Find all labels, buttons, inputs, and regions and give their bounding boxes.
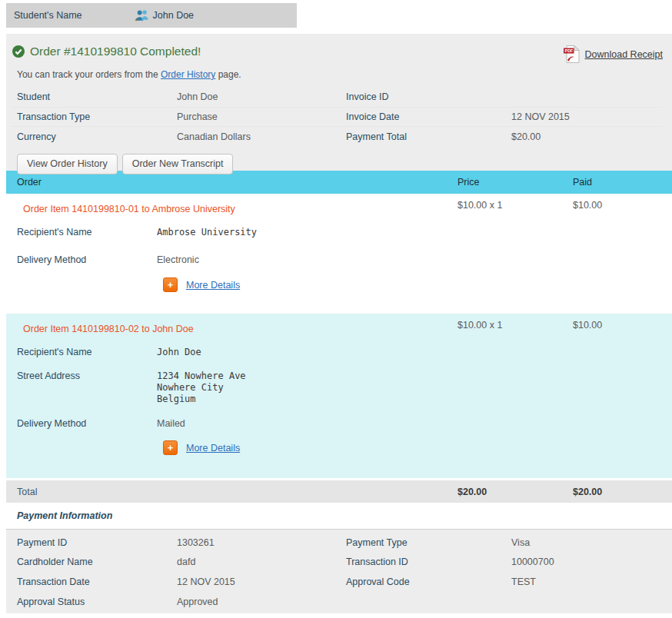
approval-status-label: Approval Status: [11, 596, 177, 607]
approval-code-value: TEST: [511, 576, 672, 587]
student-name-label: Student's Name: [14, 10, 82, 21]
order-column-header: Order: [11, 177, 457, 188]
payment-id-value: 1303261: [177, 537, 346, 548]
total-price-value: $20.00: [457, 487, 573, 497]
order-panel: Order #1410199810 Completed! PDF Downloa…: [6, 34, 672, 613]
order-confirmation-page: Student's Name John Doe Order #14: [0, 3, 672, 613]
recipient-name-label: Recipient's Name: [11, 227, 157, 238]
recipient-name-value: John Doe: [157, 347, 201, 358]
order-table-header: Order Price Paid: [6, 171, 672, 194]
order-item-1: Order Item 1410199810-01 to Ambrose Univ…: [6, 194, 672, 314]
order-item-2-title-row: Order Item 1410199810-02 to John Doe $10…: [11, 314, 672, 334]
track-text-before: You can track your orders from the: [17, 69, 161, 80]
order-completed-heading: Order #1410199810 Completed!: [11, 45, 201, 58]
street-address-row: Street Address 1234 Nowhere Ave Nowhere …: [11, 370, 672, 405]
recipient-name-row: Recipient's Name John Doe: [11, 347, 672, 358]
recipient-name-value: Ambrose University: [157, 227, 257, 238]
more-details-link[interactable]: More Details: [186, 443, 240, 454]
pdf-icon: PDF: [563, 45, 581, 64]
payment-row: Cardholder Name dafd Transaction ID 1000…: [11, 553, 672, 573]
download-receipt-link[interactable]: PDF Download Receipt: [563, 45, 663, 64]
payment-row: Payment ID 1303261 Payment Type Visa: [11, 533, 672, 553]
invoice-date-label: Invoice Date: [346, 111, 511, 122]
order-item-2-paid: $10.00: [573, 320, 672, 331]
order-item-1-price: $10.00 x 1: [457, 200, 573, 211]
recipient-name-label: Recipient's Name: [11, 347, 157, 358]
total-label: Total: [11, 487, 457, 497]
order-total-row: Total $20.00 $20.00: [6, 480, 672, 503]
more-details-link[interactable]: More Details: [186, 280, 240, 291]
transaction-date-label: Transaction Date: [11, 576, 177, 587]
currency-label: Currency: [11, 131, 177, 142]
invoice-id-label: Invoice ID: [346, 91, 511, 102]
track-text-after: page.: [215, 69, 241, 80]
status-row: Order #1410199810 Completed! PDF Downloa…: [11, 45, 663, 64]
more-details-row: + More Details: [163, 440, 672, 455]
approval-code-label: Approval Code: [346, 576, 511, 587]
order-item-2: Order Item 1410199810-02 to John Doe $10…: [6, 314, 672, 478]
transaction-id-label: Transaction ID: [346, 557, 511, 567]
transaction-type-value: Purchase: [177, 111, 346, 122]
order-item-2-price: $10.00 x 1: [457, 320, 573, 331]
order-item-1-title-row: Order Item 1410199810-01 to Ambrose Univ…: [11, 194, 672, 214]
track-orders-text: You can track your orders from the Order…: [17, 69, 663, 80]
payment-id-label: Payment ID: [11, 537, 177, 548]
student-name-bar: Student's Name John Doe: [6, 3, 297, 28]
total-paid-value: $20.00: [573, 487, 672, 497]
order-status-section: Order #1410199810 Completed! PDF Downloa…: [6, 34, 672, 171]
delivery-method-row: Delivery Method Electronic: [11, 254, 672, 265]
recipient-name-row: Recipient's Name Ambrose University: [11, 227, 672, 238]
currency-value: Canadian Dollars: [177, 131, 346, 142]
street-address-value: 1234 Nowhere Ave Nowhere City Belgium: [157, 370, 246, 405]
payment-type-label: Payment Type: [346, 537, 511, 548]
expand-plus-icon[interactable]: +: [163, 440, 178, 455]
payment-information-section: Payment ID 1303261 Payment Type Visa Car…: [6, 529, 672, 613]
cardholder-name-value: dafd: [177, 557, 346, 567]
payment-information-heading: Payment Information: [6, 503, 672, 529]
student-name-value-wrap: John Doe: [135, 9, 195, 22]
payment-row: Transaction Date 12 NOV 2015 Approval Co…: [11, 572, 672, 592]
summary-row: Transaction Type Purchase Invoice Date 1…: [11, 108, 663, 128]
svg-text:PDF: PDF: [564, 48, 573, 53]
transaction-date-value: 12 NOV 2015: [177, 576, 346, 587]
invoice-date-value: 12 NOV 2015: [511, 111, 663, 122]
price-column-header: Price: [457, 177, 573, 188]
order-summary-grid: Student John Doe Invoice ID Transaction …: [11, 88, 663, 147]
delivery-method-value: Electronic: [157, 254, 199, 265]
student-value: John Doe: [177, 91, 346, 102]
payment-total-value: $20.00: [511, 131, 663, 142]
order-new-transcript-button[interactable]: Order New Transcript: [122, 154, 234, 174]
transaction-type-label: Transaction Type: [11, 111, 177, 122]
download-receipt-label: Download Receipt: [585, 49, 663, 60]
student-label: Student: [11, 91, 177, 102]
delivery-method-label: Delivery Method: [11, 418, 157, 429]
street-address-label: Street Address: [11, 370, 157, 405]
expand-plus-icon[interactable]: +: [163, 277, 178, 292]
payment-row: Approval Status Approved: [11, 592, 672, 612]
transaction-id-value: 10000700: [511, 557, 672, 567]
delivery-method-label: Delivery Method: [11, 254, 157, 265]
order-item-1-link[interactable]: Order Item 1410199810-01 to Ambrose Univ…: [17, 200, 235, 214]
order-item-2-link[interactable]: Order Item 1410199810-02 to John Doe: [17, 320, 194, 334]
check-circle-icon: [12, 45, 25, 58]
paid-column-header: Paid: [573, 177, 672, 188]
more-details-row: + More Details: [163, 277, 672, 292]
order-item-1-paid: $10.00: [573, 200, 672, 211]
order-completed-title: Order #1410199810 Completed!: [30, 45, 201, 58]
summary-row: Student John Doe Invoice ID: [11, 88, 663, 108]
approval-status-value: Approved: [177, 596, 346, 607]
student-name-value: John Doe: [153, 10, 195, 21]
cardholder-name-label: Cardholder Name: [11, 557, 177, 567]
delivery-method-row: Delivery Method Mailed: [11, 418, 672, 429]
view-order-history-button[interactable]: View Order History: [17, 154, 118, 174]
summary-row: Currency Canadian Dollars Payment Total …: [11, 127, 663, 147]
students-icon: [135, 9, 149, 22]
payment-type-value: Visa: [511, 537, 672, 548]
delivery-method-value: Mailed: [157, 418, 185, 429]
order-history-link[interactable]: Order History: [161, 69, 215, 80]
payment-total-label: Payment Total: [346, 131, 511, 142]
